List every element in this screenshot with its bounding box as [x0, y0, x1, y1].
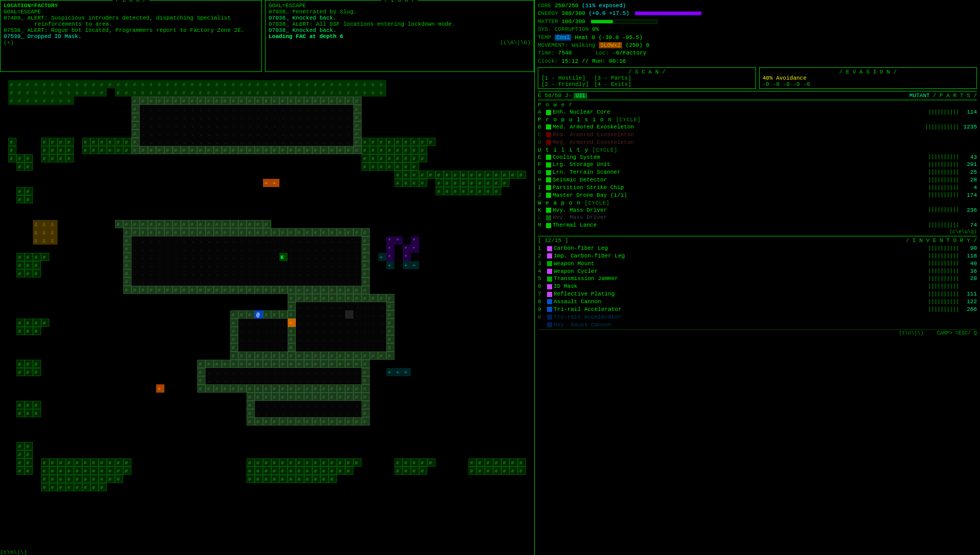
part-icon-I — [546, 185, 551, 190]
game-area: / L O G / LOCATION=FACTORY GOAL=ESCAPE 0… — [0, 0, 534, 555]
clock-line: Clock: 15:12 // Run: 00:16 — [538, 58, 977, 65]
stats-section: CORE 250/250 (11% exposed) ENERGY 380/30… — [538, 2, 977, 65]
location-line: LOCATION=FACTORY — [4, 3, 258, 9]
inv-row-9[interactable]: 9 Tri-rail Accelerator |||||||||| 266 — [538, 306, 977, 313]
part-icon-B — [546, 124, 551, 130]
evasion-box: / E V A S I O N / 40% Avoidance -0 -0 -0… — [759, 67, 977, 89]
log-line-2: reinforcements to area. — [4, 21, 258, 27]
inv-count: [ 12/15 ] — [538, 237, 568, 244]
inv-icon-6 — [547, 284, 552, 289]
inv-row-4[interactable]: 4 Weapon Cycler |||||||||| 36 — [538, 268, 977, 275]
u31-tag: U31 — [574, 93, 587, 99]
rlog-1: 07036_ Penetrated by Slug. — [269, 9, 531, 15]
part-row-G[interactable]: G Lrn. Terrain Scanner |||||||||| 25 — [538, 169, 977, 176]
map-canvas — [0, 72, 534, 555]
part-row-F[interactable]: F Lrg. Storage Unit |||||||||| 291 — [538, 161, 977, 169]
goal-line: GOAL=ESCAPE — [4, 9, 258, 15]
part-icon-D — [546, 140, 551, 145]
log-right-title: / L O G / — [381, 0, 418, 3]
inv-row-2[interactable]: 2 Imp. Carbon-fiber Leg |||||||||| 118 — [538, 252, 977, 260]
inv-icon-7 — [547, 292, 552, 297]
right-panel: CORE 250/250 (11% exposed) ENERGY 380/30… — [534, 0, 980, 555]
part-icon-A — [546, 110, 551, 115]
log-right: / L O G / GOAL=ESCAPE 07036_ Penetrated … — [265, 0, 534, 72]
scan-3: [3 - Parts] — [594, 75, 631, 81]
temp-stat: TEMP Cool Heat 0 (-39.0 -95.5) — [538, 34, 977, 42]
part-row-L[interactable]: L Hvy. Mass Driver — [538, 214, 977, 221]
log-left-content: LOCATION=FACTORY GOAL=ESCAPE 07489_ ALER… — [4, 3, 258, 46]
inv-bottom-nav: (t\n\|\) CARP> =ESC/ Q — [538, 329, 977, 336]
parts-header-row: E 58/50 J- U31 MUTANT / P A R T S / — [538, 91, 977, 100]
map-nav: (t\n\|\) — [899, 330, 924, 336]
log-line-3: 07538_ ALERT: Rogue bot located, Program… — [4, 27, 258, 33]
evasion-value: 40% Avoidance — [763, 75, 974, 81]
energy-stat: ENERGY 380/300 (+9.0 +17.5) — [538, 10, 977, 17]
log-left: / L O G / LOCATION=FACTORY GOAL=ESCAPE 0… — [0, 0, 262, 72]
part-row-I[interactable]: I Partition Strike Chip |||||||||| 4 — [538, 184, 977, 192]
part-row-D[interactable]: D Med. Armored Exoskeleton — [538, 139, 977, 146]
inv-row-7[interactable]: 7 Reflective Plating |||||||||| 111 — [538, 290, 977, 298]
part-row-E[interactable]: E Cooling System |||||||||| 43 — [538, 154, 977, 161]
part-row-C[interactable]: C Red. Armored Exoskeleton — [538, 131, 977, 139]
part-icon-F — [546, 162, 551, 168]
inv-row-5[interactable]: 5 Transmission Jammer |||||||||| 20 — [538, 275, 977, 283]
time-loc: Time: 7540 Loc: -6/Factory — [538, 49, 977, 57]
inv-icon-gauss — [547, 322, 552, 327]
rlog-3: 07038_ ALERT: All DSF locations entering… — [269, 21, 531, 27]
part-row-K[interactable]: K Hvy. Mass Driver |||||||||| 236 — [538, 207, 977, 214]
part-icon-E — [546, 155, 551, 160]
inv-header: [ 12/15 ] / I N V E N T O R Y / — [538, 237, 977, 244]
parts-list: P o w e r A Enh. Nuclear Core ||||||||||… — [538, 101, 977, 229]
inv-row-1[interactable]: 1 Carbon-fiber Leg |||||||||| 90 — [538, 245, 977, 252]
inv-row-gauss[interactable]: Hvy. Gauss Cannon — [538, 321, 977, 329]
rlog-goal: GOAL=ESCAPE — [269, 3, 531, 9]
part-row-A[interactable]: A Enh. Nuclear Core |||||||||| 114 — [538, 108, 977, 116]
inv-row-8[interactable]: 8 Assault Cannon |||||||||| 122 — [538, 298, 977, 306]
inv-title: / I N V E N T O R Y / — [906, 237, 977, 244]
rlog-2: 07036_ Knocked back. — [269, 15, 531, 21]
inv-row-0[interactable]: 0 Tri-rail Accelerator — [538, 313, 977, 321]
matter-stat: MATTER 100/300 — [538, 18, 977, 26]
inv-row-6[interactable]: 6 ID Mask |||||||||| — [538, 283, 977, 290]
mutant-label: MUTANT — [589, 92, 930, 99]
weapon-category: W e a p o n [CYCLE] — [538, 200, 977, 206]
log-line-4: 07539_ Dropped ID Mask. — [4, 33, 258, 40]
rlog-5: Loading FAC at depth 6 — [269, 33, 531, 40]
inv-icon-3 — [547, 261, 552, 266]
inv-icon-2 — [547, 253, 552, 258]
inv-icon-9 — [547, 307, 552, 312]
inv-row-3[interactable]: 3 Weapon Mount |||||||||| 40 — [538, 260, 977, 268]
inv-icon-8 — [547, 299, 552, 304]
part-icon-C — [546, 132, 551, 137]
energy-indicator: E 58/50 J- — [538, 92, 572, 99]
power-category: P o w e r — [538, 102, 977, 108]
movement-stat: MOVEMENT: Walking SLOWx2 (250) 0 — [538, 42, 977, 49]
sys-stat: SYS. CORRUPTION 0% — [538, 26, 977, 33]
core-stat: CORE 250/250 (11% exposed) — [538, 2, 977, 10]
rlog-nav: (L\A\|\G) — [269, 40, 531, 46]
part-icon-M — [546, 223, 551, 228]
propulsion-category: P r o p u l s i o n [CYCLE] — [538, 117, 977, 123]
part-icon-G — [546, 170, 551, 175]
log-left-title: / L O G / — [112, 0, 149, 3]
parts-label: / P A R T S / — [933, 92, 977, 99]
parts-bottom-nav: (c\e\u\q) — [538, 229, 977, 235]
inv-icon-4 — [547, 269, 552, 274]
part-row-H[interactable]: H Seismic Detector |||||||||| 28 — [538, 176, 977, 184]
evasion-vals: -0 -0 -0 -0 -0 — [763, 81, 974, 87]
log-line-5: (+) — [4, 40, 258, 46]
part-icon-L — [546, 215, 551, 220]
evasion-title: / E V A S I O N / — [763, 69, 974, 75]
scan-title: / S C A N / — [541, 69, 752, 75]
part-icon-K — [546, 208, 551, 213]
log-line-1: 07489_ ALERT: Suspicious intruders detec… — [4, 15, 258, 21]
part-row-B[interactable]: B Med. Armored Exoskeleton ||||||||||| 1… — [538, 123, 977, 131]
part-row-M[interactable]: M Thermal Lance |||||||||| 74 — [538, 221, 977, 229]
inv-icon-0 — [547, 314, 552, 320]
part-row-J[interactable]: J Master Drone Bay (1/1) |||||||||| 174 — [538, 192, 977, 199]
slow-tag: SLOWx2 — [599, 42, 623, 48]
scan-evasion-row: / S C A N / [1 - Hostile] [2 - Friendly]… — [538, 67, 977, 89]
scan-1: [1 - Hostile] — [541, 75, 589, 81]
inv-icon-1 — [547, 246, 552, 251]
cool-tag: Cool — [555, 34, 571, 41]
